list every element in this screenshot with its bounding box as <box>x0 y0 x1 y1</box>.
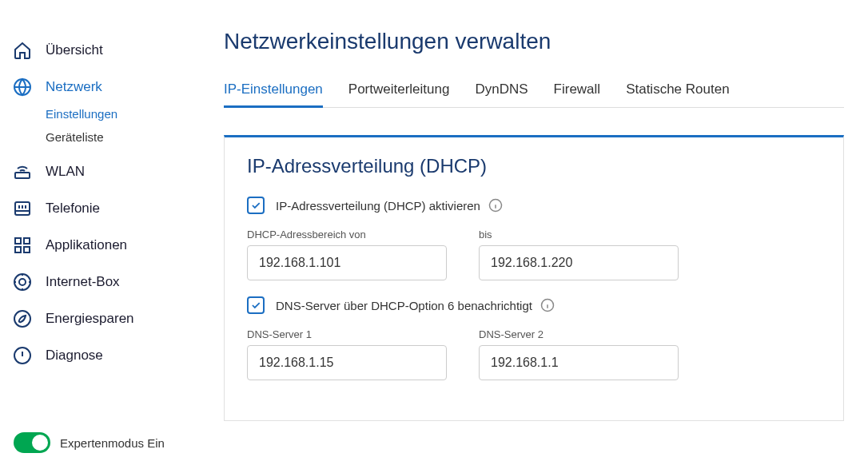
svg-rect-6 <box>24 247 30 252</box>
dhcp-enable-row: IP-Adressverteilung (DHCP) aktivieren <box>247 197 821 214</box>
dns1-label: DNS-Server 1 <box>247 328 447 340</box>
nav-wlan[interactable]: WLAN <box>12 153 200 190</box>
svg-rect-3 <box>15 238 21 244</box>
panel-title: IP-Adressverteilung (DHCP) <box>247 155 821 177</box>
nav-telephony[interactable]: Telefonie <box>12 190 200 227</box>
dhcp-to-field: bis <box>479 229 679 280</box>
main-content: Netzwerkeinstellungen verwalten IP-Einst… <box>200 0 868 469</box>
tab-port-forwarding[interactable]: Portweiterleitung <box>348 75 450 108</box>
tab-firewall[interactable]: Firewall <box>554 75 601 108</box>
tab-dyndns[interactable]: DynDNS <box>475 75 528 108</box>
nav-internetbox[interactable]: Internet-Box <box>12 264 200 300</box>
leaf-icon <box>12 308 33 329</box>
nav-diagnose[interactable]: Diagnose <box>12 337 200 374</box>
dns2-input[interactable] <box>479 345 679 380</box>
sidebar: Übersicht Netzwerk Einstellungen Gerätel… <box>0 0 200 469</box>
page-title: Netzwerkeinstellungen verwalten <box>224 29 844 54</box>
info-icon[interactable] <box>540 298 555 312</box>
router-icon <box>12 161 33 182</box>
nav-network-sub: Einstellungen Geräteliste <box>12 102 200 149</box>
dns2-field: DNS-Server 2 <box>479 328 679 380</box>
nav-label: Netzwerk <box>46 79 102 95</box>
expert-mode-toggle[interactable] <box>14 432 50 453</box>
nav-label: Telefonie <box>46 201 100 217</box>
tabs: IP-Einstellungen Portweiterleitung DynDN… <box>224 75 844 108</box>
box-icon <box>12 272 33 292</box>
svg-point-9 <box>14 311 30 327</box>
nav-label: Internet-Box <box>46 274 120 290</box>
dhcp-panel: IP-Adressverteilung (DHCP) IP-Adressvert… <box>224 135 844 421</box>
dhcp-to-label: bis <box>479 229 679 240</box>
subnav-settings[interactable]: Einstellungen <box>46 102 200 125</box>
tab-ip-settings[interactable]: IP-Einstellungen <box>224 75 323 108</box>
svg-rect-5 <box>15 247 21 252</box>
nav-applications[interactable]: Applikationen <box>12 227 200 264</box>
dns-servers-row: DNS-Server 1 DNS-Server 2 <box>247 328 821 380</box>
dns1-input[interactable] <box>247 345 447 380</box>
nav-label: WLAN <box>46 164 85 180</box>
dns-option6-label: DNS-Server über DHCP-Option 6 benachrich… <box>276 299 532 312</box>
nav-energy[interactable]: Energiesparen <box>12 300 200 337</box>
expert-mode-label: Expertenmodus Ein <box>60 436 165 450</box>
nav-label: Energiesparen <box>46 311 134 327</box>
apps-icon <box>12 235 33 256</box>
dhcp-to-input[interactable] <box>479 245 679 280</box>
svg-point-8 <box>19 279 26 285</box>
alert-icon <box>12 345 33 366</box>
svg-point-7 <box>14 274 30 290</box>
dhcp-range-row: DHCP-Adressbereich von bis <box>247 229 821 280</box>
expert-mode-row: Expertenmodus Ein <box>12 416 200 453</box>
subnav-devicelist[interactable]: Geräteliste <box>46 125 200 149</box>
nav-label: Diagnose <box>46 348 103 364</box>
svg-rect-1 <box>15 173 30 178</box>
globe-icon <box>12 77 33 97</box>
dhcp-from-input[interactable] <box>247 245 447 280</box>
dns-option6-row: DNS-Server über DHCP-Option 6 benachrich… <box>247 296 821 314</box>
nav-label: Übersicht <box>46 42 103 58</box>
phone-icon <box>12 198 33 219</box>
nav-label: Applikationen <box>46 237 127 253</box>
dns-option6-checkbox[interactable] <box>247 296 265 314</box>
dhcp-from-label: DHCP-Adressbereich von <box>247 229 447 240</box>
dns1-field: DNS-Server 1 <box>247 328 447 380</box>
tab-static-routes[interactable]: Statische Routen <box>626 75 729 108</box>
nav-network[interactable]: Netzwerk <box>12 69 200 105</box>
svg-rect-4 <box>24 238 30 244</box>
dhcp-enable-label: IP-Adressverteilung (DHCP) aktivieren <box>276 199 480 213</box>
dhcp-enable-checkbox[interactable] <box>247 197 265 214</box>
nav-overview[interactable]: Übersicht <box>12 32 200 69</box>
dhcp-from-field: DHCP-Adressbereich von <box>247 229 447 280</box>
dns2-label: DNS-Server 2 <box>479 328 679 340</box>
home-icon <box>12 40 33 61</box>
info-icon[interactable] <box>488 198 503 213</box>
